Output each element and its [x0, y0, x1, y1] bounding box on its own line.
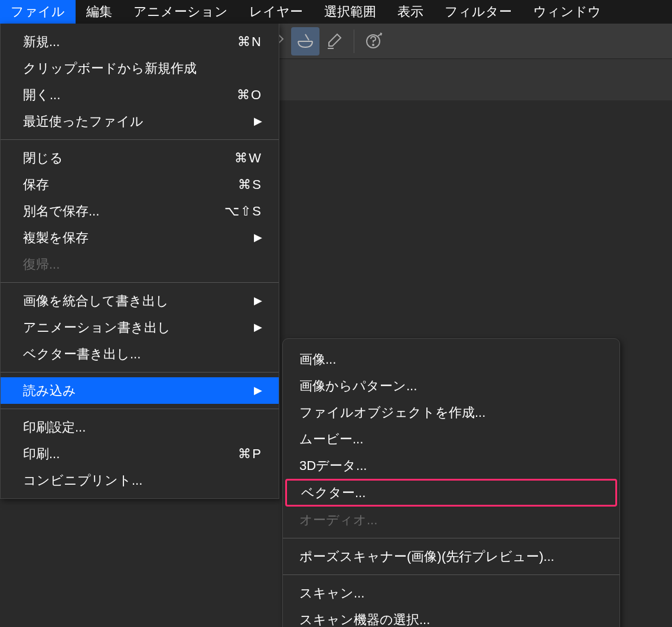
menu-print-settings[interactable]: 印刷設定... — [1, 414, 279, 440]
toolbar-help-icon[interactable] — [360, 27, 389, 55]
menubar-window[interactable]: ウィンドウ — [523, 0, 612, 24]
chevron-right-icon: ▶ — [254, 383, 262, 399]
svg-point-5 — [373, 44, 374, 45]
submenu-movie[interactable]: ムービー... — [283, 426, 619, 452]
shortcut-label: ⌘O — [237, 85, 262, 105]
menubar: ファイル 編集 アニメーション レイヤー 選択範囲 表示 フィルター ウィンドウ — [0, 0, 672, 24]
menu-save-copy[interactable]: 複製を保存 ▶ — [1, 224, 279, 251]
menu-export-animation[interactable]: アニメーション書き出し ▶ — [1, 314, 279, 341]
menu-save-as[interactable]: 別名で保存... ⌥⇧S — [1, 198, 279, 224]
submenu-audio: オーディオ... — [283, 507, 619, 533]
menubar-layer[interactable]: レイヤー — [239, 0, 314, 24]
menubar-selection[interactable]: 選択範囲 — [314, 0, 387, 24]
menubar-view[interactable]: 表示 — [387, 0, 434, 24]
submenu-3d-data[interactable]: 3Dデータ... — [283, 452, 619, 479]
shortcut-label: ⌘W — [234, 148, 262, 168]
submenu-pattern-from-image[interactable]: 画像からパターン... — [283, 373, 619, 399]
chevron-right-icon: ▶ — [254, 319, 262, 335]
submenu-pose-scanner[interactable]: ポーズスキャナー(画像)(先行プレビュー)... — [283, 543, 619, 570]
menu-new-from-clipboard[interactable]: クリップボードから新規作成 — [1, 55, 279, 81]
menubar-edit[interactable]: 編集 — [76, 0, 123, 24]
menubar-file[interactable]: ファイル — [0, 0, 76, 24]
chevron-right-icon: ▶ — [254, 293, 262, 309]
menu-export-vector[interactable]: ベクター書き出し... — [1, 341, 279, 367]
import-submenu: 画像... 画像からパターン... ファイルオブジェクトを作成... ムービー.… — [282, 338, 620, 627]
menu-close[interactable]: 閉じる ⌘W — [1, 145, 279, 171]
menu-save[interactable]: 保存 ⌘S — [1, 171, 279, 198]
submenu-scan[interactable]: スキャン... — [283, 580, 619, 606]
shortcut-label: ⌘P — [238, 444, 262, 463]
chevron-right-icon: ▶ — [254, 113, 262, 129]
toolbar-divider — [354, 30, 354, 53]
menu-recent-files[interactable]: 最近使ったファイル ▶ — [1, 108, 279, 135]
submenu-create-file-object[interactable]: ファイルオブジェクトを作成... — [283, 399, 619, 426]
toolbar-brush-2-icon[interactable] — [319, 27, 348, 55]
menu-print[interactable]: 印刷... ⌘P — [1, 440, 279, 467]
submenu-vector[interactable]: ベクター... — [285, 479, 617, 507]
menu-convenience-print[interactable]: コンビニプリント... — [1, 467, 279, 494]
toolbar-bowl-icon[interactable] — [291, 27, 319, 55]
menu-import[interactable]: 読み込み ▶ — [1, 377, 279, 404]
file-dropdown-menu: 新規... ⌘N クリップボードから新規作成 開く... ⌘O 最近使ったファイ… — [0, 24, 279, 499]
menu-revert: 復帰... — [1, 251, 279, 277]
shortcut-label: ⌘S — [238, 175, 262, 194]
shortcut-label: ⌥⇧S — [224, 201, 262, 221]
submenu-select-scanner[interactable]: スキャン機器の選択... — [283, 606, 619, 627]
svg-line-2 — [305, 34, 309, 40]
menu-export-flattened[interactable]: 画像を統合して書き出し ▶ — [1, 288, 279, 314]
menubar-filter[interactable]: フィルター — [434, 0, 523, 24]
shortcut-label: ⌘N — [237, 32, 262, 51]
menu-new[interactable]: 新規... ⌘N — [1, 28, 279, 55]
menu-open[interactable]: 開く... ⌘O — [1, 81, 279, 108]
chevron-right-icon: ▶ — [254, 230, 262, 246]
submenu-image[interactable]: 画像... — [283, 346, 619, 373]
menubar-animation[interactable]: アニメーション — [123, 0, 239, 24]
